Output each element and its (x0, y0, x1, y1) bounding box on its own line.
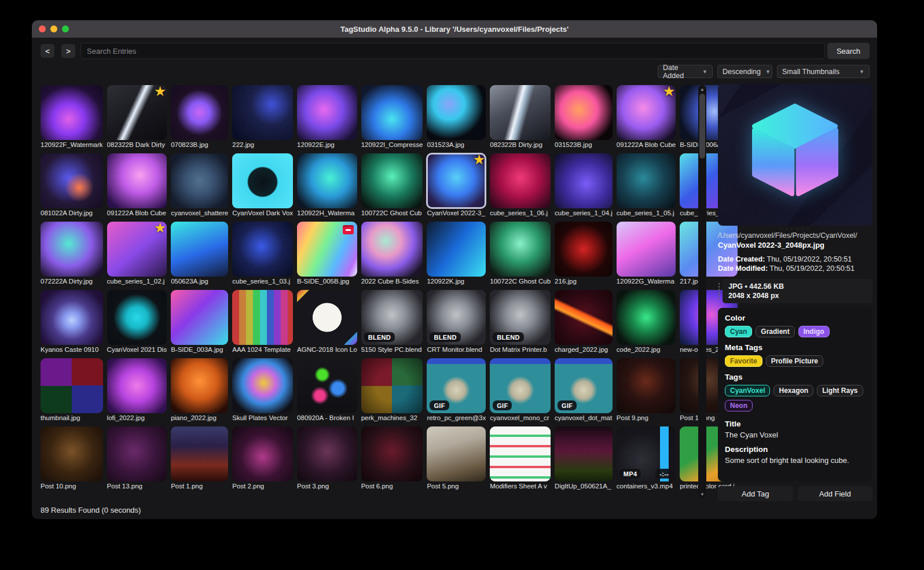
thumbnail[interactable] (232, 290, 293, 345)
thumbnail[interactable] (361, 85, 423, 140)
thumbnail[interactable] (171, 222, 228, 277)
grid-item[interactable]: Post 9.png (617, 358, 676, 422)
grid-item[interactable]: Post 1.png (171, 426, 228, 491)
add-field-button[interactable]: Add Field (798, 486, 873, 501)
grid-item[interactable]: ★082322B Dark Dirty (107, 85, 167, 149)
tag-pill[interactable]: Neon (725, 400, 753, 411)
thumbnail[interactable]: BLEND (427, 290, 486, 345)
grid-item[interactable]: 222.jpg (232, 85, 293, 149)
grid-item[interactable]: 100722C Ghost Cub (361, 153, 423, 218)
thumbnail[interactable]: ★ (107, 222, 167, 277)
thumbnail[interactable] (297, 358, 357, 413)
grid-item[interactable]: GIFcyanvoxel_dot_mat (555, 358, 613, 422)
thumbnail[interactable] (107, 153, 167, 208)
thumbnail[interactable] (41, 153, 103, 208)
thumbnail[interactable]: BLEND (361, 290, 423, 345)
preview-resize-handle[interactable]: · · · · · · (718, 226, 872, 231)
thumbnail[interactable] (427, 222, 486, 277)
grid-item[interactable]: GIFcyanvoxel_mono_cr (490, 358, 551, 422)
grid-item[interactable]: ★cube_series_1_02.j (107, 222, 167, 286)
grid-item[interactable]: cube_series_1_05.j (617, 153, 676, 218)
grid-item[interactable]: 082322B Dirty.jpg (490, 85, 551, 149)
thumbnail[interactable] (107, 426, 167, 481)
thumbnail[interactable]: GIF (490, 358, 551, 413)
grid-item[interactable]: thumbnail.jpg (41, 358, 103, 422)
grid-item[interactable]: Post 3.png (297, 426, 357, 491)
back-button[interactable]: < (41, 44, 54, 58)
thumbnail[interactable] (490, 222, 551, 277)
thumbnail[interactable] (617, 358, 676, 413)
thumbnail[interactable] (41, 358, 103, 413)
thumbnail[interactable] (297, 153, 357, 208)
thumbnail[interactable]: BLEND (490, 290, 551, 345)
grid-item[interactable]: B-SIDE_005B.jpg (297, 222, 357, 286)
tag-pill[interactable]: Favorite (725, 355, 762, 367)
thumbnail[interactable] (617, 222, 676, 277)
thumbnail[interactable] (232, 426, 293, 481)
thumbnail[interactable] (361, 358, 423, 413)
grid-item[interactable]: Skull Plates Vector (232, 358, 293, 422)
grid-item[interactable]: perk_machines_32 (361, 358, 423, 422)
close-window-button[interactable] (39, 25, 46, 32)
thumbnail[interactable] (490, 426, 551, 481)
thumbnail[interactable] (41, 85, 103, 140)
grid-item[interactable]: 031523B.jpg (555, 85, 613, 149)
grid-item[interactable]: Kyanos Caste 0910 (41, 290, 103, 354)
thumbnail[interactable] (490, 153, 551, 208)
thumbnail-size-dropdown[interactable]: Small Thumbnails ▼ (777, 65, 870, 78)
grid-item[interactable]: lofi_2022.jpg (107, 358, 167, 422)
sort-field-dropdown[interactable]: Date Added ▼ (658, 65, 713, 78)
grid-item[interactable]: ★091222A Blob Cube (617, 85, 676, 149)
grid-scrollbar[interactable]: ▲ ▼ (698, 85, 706, 498)
thumbnail[interactable] (171, 85, 228, 140)
grid-item[interactable]: 120922H_Waterma (297, 153, 357, 218)
thumbnail[interactable] (41, 222, 103, 277)
grid-item[interactable]: MP4-:--containers_v3.mp4 (617, 426, 676, 491)
thumbnail[interactable] (171, 290, 228, 345)
file-info-drag-handle[interactable] (718, 282, 720, 300)
thumbnail[interactable] (41, 426, 103, 481)
thumbnail[interactable] (232, 358, 293, 413)
grid-item[interactable]: 050623A.jpg (171, 222, 228, 286)
search-button[interactable]: Search (827, 43, 870, 59)
grid-item[interactable]: 120922E.jpg (297, 85, 357, 149)
grid-item[interactable]: Post 2.png (232, 426, 293, 491)
grid-item[interactable]: 120922K.jpg (427, 222, 486, 286)
grid-item[interactable]: 070823B.jpg (171, 85, 228, 149)
grid-item[interactable]: Post 10.png (41, 426, 103, 491)
thumbnail[interactable] (427, 85, 486, 140)
thumbnail[interactable] (171, 426, 228, 481)
grid-item[interactable]: BLEND5150 Style PC.blend (361, 290, 423, 354)
grid-item[interactable]: 031523A.jpg (427, 85, 486, 149)
thumbnail[interactable] (617, 153, 676, 208)
minimize-window-button[interactable] (50, 25, 57, 32)
tag-pill[interactable]: Cyan (725, 326, 752, 337)
grid-item[interactable]: 120922F_Watermark (41, 85, 103, 149)
thumbnail[interactable] (41, 290, 103, 345)
thumbnail[interactable] (297, 290, 357, 345)
grid-item[interactable]: CyanVoxel Dark Vox (232, 153, 293, 218)
grid-item[interactable]: cube_series_1_06.j (490, 153, 551, 218)
tag-pill[interactable]: Profile Picture (766, 355, 823, 367)
thumbnail[interactable] (171, 358, 228, 413)
thumbnail[interactable] (107, 358, 167, 413)
thumbnail[interactable] (427, 426, 486, 481)
thumbnail[interactable] (297, 85, 357, 140)
thumbnail[interactable]: MP4-:-- (617, 426, 676, 481)
grid-item[interactable]: DigItUp_050621A_ (555, 426, 613, 491)
grid-item[interactable]: BLENDDot Matrix Printer.b (490, 290, 551, 354)
grid-item[interactable]: GIFretro_pc_green@3x (427, 358, 486, 422)
grid-item[interactable]: 072222A Dirty.jpg (41, 222, 103, 286)
grid-item[interactable]: cyanvoxel_shattere (171, 153, 228, 218)
tag-pill[interactable]: Hexagon (773, 385, 813, 396)
grid-item[interactable]: AAA 1024 Template (232, 290, 293, 354)
grid-item[interactable]: piano_2022.jpg (171, 358, 228, 422)
thumbnail[interactable] (361, 222, 423, 277)
grid-item[interactable]: code_2022.jpg (617, 290, 676, 354)
add-tag-button[interactable]: Add Tag (718, 486, 793, 501)
grid-item[interactable]: B-SIDE_003A.jpg (171, 290, 228, 354)
grid-item[interactable]: 2022 Cube B-Sides (361, 222, 423, 286)
grid-item[interactable]: CyanVoxel 2021 Dis (107, 290, 167, 354)
thumbnail[interactable] (555, 290, 613, 345)
search-input[interactable] (80, 43, 825, 59)
